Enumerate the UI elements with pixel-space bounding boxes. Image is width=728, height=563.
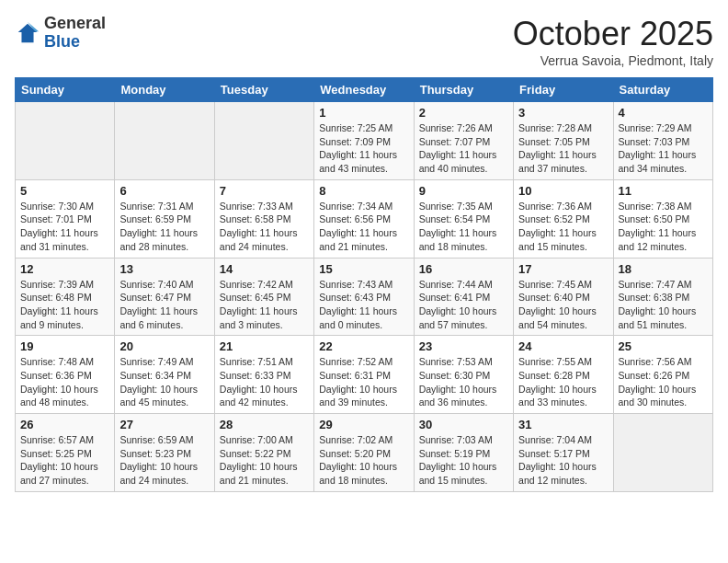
day-info: Sunrise: 7:26 AM Sunset: 7:07 PM Dayligh… xyxy=(419,121,508,176)
day-info: Sunrise: 7:29 AM Sunset: 7:03 PM Dayligh… xyxy=(619,121,708,176)
day-info: Sunrise: 7:31 AM Sunset: 6:59 PM Dayligh… xyxy=(119,200,209,254)
day-number: 6 xyxy=(119,184,209,198)
day-info: Sunrise: 7:53 AM Sunset: 6:30 PM Dayligh… xyxy=(419,355,508,409)
calendar-cell: 8Sunrise: 7:34 AM Sunset: 6:56 PM Daylig… xyxy=(314,179,414,258)
day-info: Sunrise: 7:34 AM Sunset: 6:56 PM Dayligh… xyxy=(319,200,408,254)
calendar-cell: 28Sunrise: 7:00 AM Sunset: 5:22 PM Dayli… xyxy=(214,414,313,492)
page-header: General Blue October 2025 Verrua Savoia,… xyxy=(15,15,713,68)
day-number: 16 xyxy=(419,262,508,276)
day-number: 1 xyxy=(319,106,408,120)
location-subtitle: Verrua Savoia, Piedmont, Italy xyxy=(513,53,713,68)
day-info: Sunrise: 7:49 AM Sunset: 6:34 PM Dayligh… xyxy=(119,355,209,409)
calendar-cell: 12Sunrise: 7:39 AM Sunset: 6:48 PM Dayli… xyxy=(16,258,115,336)
day-info: Sunrise: 7:48 AM Sunset: 6:36 PM Dayligh… xyxy=(20,355,109,409)
day-number: 30 xyxy=(419,418,508,431)
weekday-header-wednesday: Wednesday xyxy=(314,78,414,102)
logo-general-text: General xyxy=(44,14,106,32)
weekday-header-monday: Monday xyxy=(115,78,214,102)
title-area: October 2025 Verrua Savoia, Piedmont, It… xyxy=(513,15,713,68)
logo-icon xyxy=(15,20,40,46)
day-number: 3 xyxy=(518,106,608,120)
day-number: 20 xyxy=(119,339,209,353)
day-info: Sunrise: 7:28 AM Sunset: 7:05 PM Dayligh… xyxy=(518,121,608,176)
weekday-header-row: SundayMondayTuesdayWednesdayThursdayFrid… xyxy=(16,78,713,102)
calendar-cell: 29Sunrise: 7:02 AM Sunset: 5:20 PM Dayli… xyxy=(314,414,414,492)
day-number: 27 xyxy=(119,418,209,431)
day-number: 12 xyxy=(20,262,109,276)
calendar-cell: 30Sunrise: 7:03 AM Sunset: 5:19 PM Dayli… xyxy=(414,414,513,492)
day-info: Sunrise: 7:04 AM Sunset: 5:17 PM Dayligh… xyxy=(518,433,608,488)
month-title: October 2025 xyxy=(513,15,713,53)
day-info: Sunrise: 7:38 AM Sunset: 6:50 PM Dayligh… xyxy=(619,200,708,254)
day-number: 28 xyxy=(220,418,309,431)
day-number: 7 xyxy=(220,184,309,198)
day-number: 10 xyxy=(518,184,608,198)
calendar-cell: 5Sunrise: 7:30 AM Sunset: 7:01 PM Daylig… xyxy=(16,179,115,258)
calendar-cell: 6Sunrise: 7:31 AM Sunset: 6:59 PM Daylig… xyxy=(115,179,214,258)
calendar-table: SundayMondayTuesdayWednesdayThursdayFrid… xyxy=(15,77,713,492)
day-number: 15 xyxy=(319,262,408,276)
day-number: 9 xyxy=(419,184,508,198)
day-info: Sunrise: 7:00 AM Sunset: 5:22 PM Dayligh… xyxy=(220,433,309,488)
day-number: 17 xyxy=(518,262,608,276)
calendar-cell: 18Sunrise: 7:47 AM Sunset: 6:38 PM Dayli… xyxy=(613,258,712,336)
day-info: Sunrise: 7:43 AM Sunset: 6:43 PM Dayligh… xyxy=(319,278,408,332)
day-number: 31 xyxy=(518,418,608,431)
weekday-header-tuesday: Tuesday xyxy=(214,78,313,102)
weekday-header-thursday: Thursday xyxy=(414,78,513,102)
calendar-cell: 17Sunrise: 7:45 AM Sunset: 6:40 PM Dayli… xyxy=(514,258,613,336)
day-info: Sunrise: 7:56 AM Sunset: 6:26 PM Dayligh… xyxy=(619,355,708,409)
calendar-week-2: 5Sunrise: 7:30 AM Sunset: 7:01 PM Daylig… xyxy=(16,179,713,258)
day-info: Sunrise: 7:02 AM Sunset: 5:20 PM Dayligh… xyxy=(319,433,408,488)
calendar-week-1: 1Sunrise: 7:25 AM Sunset: 7:09 PM Daylig… xyxy=(16,102,713,180)
weekday-header-saturday: Saturday xyxy=(613,78,712,102)
calendar-cell xyxy=(115,102,214,180)
calendar-cell: 9Sunrise: 7:35 AM Sunset: 6:54 PM Daylig… xyxy=(414,179,513,258)
calendar-cell: 23Sunrise: 7:53 AM Sunset: 6:30 PM Dayli… xyxy=(414,336,513,414)
day-info: Sunrise: 7:47 AM Sunset: 6:38 PM Dayligh… xyxy=(619,278,708,332)
calendar-cell: 16Sunrise: 7:44 AM Sunset: 6:41 PM Dayli… xyxy=(414,258,513,336)
day-info: Sunrise: 7:35 AM Sunset: 6:54 PM Dayligh… xyxy=(419,200,508,254)
day-number: 11 xyxy=(619,184,708,198)
day-number: 23 xyxy=(419,339,508,353)
calendar-cell: 1Sunrise: 7:25 AM Sunset: 7:09 PM Daylig… xyxy=(314,102,414,180)
calendar-week-5: 26Sunrise: 6:57 AM Sunset: 5:25 PM Dayli… xyxy=(16,414,713,492)
calendar-cell xyxy=(214,102,313,180)
calendar-cell xyxy=(16,102,115,180)
day-number: 18 xyxy=(619,262,708,276)
calendar-cell: 10Sunrise: 7:36 AM Sunset: 6:52 PM Dayli… xyxy=(514,179,613,258)
weekday-header-sunday: Sunday xyxy=(16,78,115,102)
day-info: Sunrise: 7:39 AM Sunset: 6:48 PM Dayligh… xyxy=(20,278,109,332)
calendar-cell: 2Sunrise: 7:26 AM Sunset: 7:07 PM Daylig… xyxy=(414,102,513,180)
day-info: Sunrise: 7:51 AM Sunset: 6:33 PM Dayligh… xyxy=(220,355,309,409)
day-info: Sunrise: 7:44 AM Sunset: 6:41 PM Dayligh… xyxy=(419,278,508,332)
day-info: Sunrise: 7:45 AM Sunset: 6:40 PM Dayligh… xyxy=(518,278,608,332)
day-info: Sunrise: 7:52 AM Sunset: 6:31 PM Dayligh… xyxy=(319,355,408,409)
calendar-cell: 25Sunrise: 7:56 AM Sunset: 6:26 PM Dayli… xyxy=(613,336,712,414)
calendar-week-4: 19Sunrise: 7:48 AM Sunset: 6:36 PM Dayli… xyxy=(16,336,713,414)
calendar-cell: 21Sunrise: 7:51 AM Sunset: 6:33 PM Dayli… xyxy=(214,336,313,414)
calendar-cell: 4Sunrise: 7:29 AM Sunset: 7:03 PM Daylig… xyxy=(613,102,712,180)
calendar-cell: 27Sunrise: 6:59 AM Sunset: 5:23 PM Dayli… xyxy=(115,414,214,492)
calendar-cell: 22Sunrise: 7:52 AM Sunset: 6:31 PM Dayli… xyxy=(314,336,414,414)
calendar-cell: 13Sunrise: 7:40 AM Sunset: 6:47 PM Dayli… xyxy=(115,258,214,336)
day-info: Sunrise: 7:40 AM Sunset: 6:47 PM Dayligh… xyxy=(119,278,209,332)
calendar-cell: 14Sunrise: 7:42 AM Sunset: 6:45 PM Dayli… xyxy=(214,258,313,336)
calendar-cell: 26Sunrise: 6:57 AM Sunset: 5:25 PM Dayli… xyxy=(16,414,115,492)
day-number: 24 xyxy=(518,339,608,353)
calendar-cell xyxy=(613,414,712,492)
day-info: Sunrise: 6:57 AM Sunset: 5:25 PM Dayligh… xyxy=(20,433,109,488)
day-number: 4 xyxy=(619,106,708,120)
day-number: 19 xyxy=(20,339,109,353)
day-number: 13 xyxy=(119,262,209,276)
calendar-cell: 15Sunrise: 7:43 AM Sunset: 6:43 PM Dayli… xyxy=(314,258,414,336)
day-info: Sunrise: 7:55 AM Sunset: 6:28 PM Dayligh… xyxy=(518,355,608,409)
day-info: Sunrise: 7:03 AM Sunset: 5:19 PM Dayligh… xyxy=(419,433,508,488)
day-number: 26 xyxy=(20,418,109,431)
day-info: Sunrise: 7:33 AM Sunset: 6:58 PM Dayligh… xyxy=(220,200,309,254)
calendar-cell: 11Sunrise: 7:38 AM Sunset: 6:50 PM Dayli… xyxy=(613,179,712,258)
day-number: 29 xyxy=(319,418,408,431)
day-number: 21 xyxy=(220,339,309,353)
day-info: Sunrise: 7:25 AM Sunset: 7:09 PM Dayligh… xyxy=(319,121,408,176)
weekday-header-friday: Friday xyxy=(514,78,613,102)
